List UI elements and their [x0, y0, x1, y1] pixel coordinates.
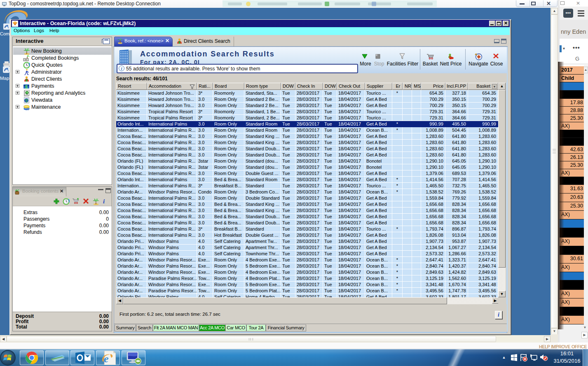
svg-text:$: $	[25, 84, 28, 89]
